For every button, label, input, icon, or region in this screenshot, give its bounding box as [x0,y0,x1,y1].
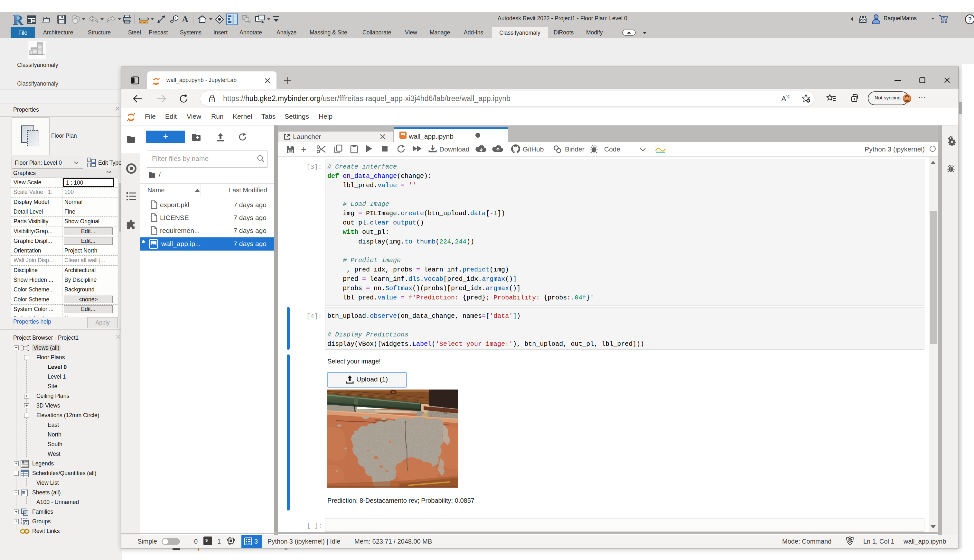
svg-text:?: ? [968,16,972,23]
svg-text:1: 1 [175,16,177,20]
